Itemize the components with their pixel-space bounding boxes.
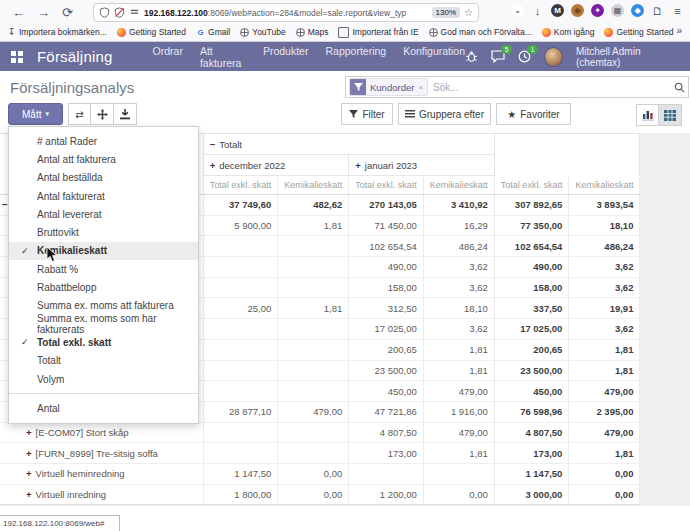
extension-monkey-icon[interactable]: ◉ <box>571 4 584 17</box>
zoom-level-badge[interactable]: 130% <box>432 7 460 18</box>
bar-chart-view-button[interactable] <box>636 104 659 126</box>
bookmark-gmail[interactable]: GGmail <box>196 27 230 37</box>
pivot-col-group-december-2022[interactable]: +december 2022 <box>203 155 349 176</box>
pivot-cell[interactable]: 479,00 <box>569 381 640 402</box>
extension-qr-icon[interactable]: ▦ <box>611 4 624 17</box>
pivot-cell[interactable]: 158,00 <box>349 277 424 298</box>
pivot-cell[interactable] <box>278 422 349 443</box>
pivot-cell[interactable]: 17 025,00 <box>494 319 569 340</box>
pivot-cell[interactable] <box>278 319 349 340</box>
tracking-protection-shield-icon[interactable] <box>99 7 110 18</box>
pivot-cell[interactable]: 3,62 <box>569 257 640 278</box>
pivot-cell[interactable]: 3,62 <box>569 277 640 298</box>
search-box[interactable]: Kundorder × <box>345 76 689 98</box>
pivot-cell[interactable]: 16,29 <box>423 215 494 236</box>
pivot-cell[interactable]: 1 147,50 <box>203 463 278 484</box>
pivot-cell[interactable]: 3 410,92 <box>423 195 494 216</box>
pivot-cell[interactable] <box>278 257 349 278</box>
nav-menu-att-fakturera[interactable]: Att fakturera <box>200 45 246 69</box>
pivot-measure-header-1[interactable]: Kemikalieskatt <box>278 176 349 195</box>
pivot-cell[interactable]: 200,65 <box>494 339 569 360</box>
pivot-cell[interactable] <box>278 443 349 464</box>
back-icon[interactable]: ← <box>12 6 25 19</box>
measure-item-volym[interactable]: Volym <box>9 370 198 388</box>
pivot-cell[interactable]: 19,91 <box>569 298 640 319</box>
pivot-cell[interactable]: 3,62 <box>423 257 494 278</box>
bookmark-getting-started[interactable]: Getting Started <box>117 27 186 37</box>
measure-item-antal-rader[interactable]: # antal Rader <box>9 132 198 150</box>
filter-button[interactable]: Filter <box>341 103 393 125</box>
measure-item-antal-att-fakturera[interactable]: Antal att fakturera <box>9 150 198 168</box>
pivot-row-header[interactable]: +[FURN_8999] Tre-sitsig soffa <box>0 443 203 464</box>
pivot-cell[interactable]: 173,00 <box>494 443 569 464</box>
bookmark-importerat-från-ie[interactable]: Importerat från IE <box>338 27 418 38</box>
pivot-cell[interactable] <box>203 319 278 340</box>
user-name[interactable]: Mitchell Admin (chemtax) <box>576 46 681 68</box>
pivot-cell[interactable]: 0,00 <box>278 484 349 505</box>
measure-item-bruttovikt[interactable]: Bruttovikt <box>9 223 198 241</box>
nav-menu-rapportering[interactable]: Rapportering <box>325 45 386 69</box>
pivot-cell[interactable]: 1 147,50 <box>494 463 569 484</box>
pivot-cell[interactable]: 76 598,96 <box>494 401 569 422</box>
pivot-cell[interactable] <box>278 339 349 360</box>
pivot-cell[interactable]: 23 500,00 <box>494 360 569 381</box>
measure-item-rabattbelopp[interactable]: Rabattbelopp <box>9 278 198 296</box>
pivot-col-group-totalt[interactable]: −Totalt <box>203 134 494 155</box>
avatar[interactable] <box>544 47 563 67</box>
bookmark-maps[interactable]: Maps <box>296 27 329 37</box>
pivot-cell[interactable]: 1,81 <box>278 298 349 319</box>
pivot-cell[interactable]: 1,81 <box>569 360 640 381</box>
pivot-measure-header-4[interactable]: Total exkl. skatt <box>494 176 569 195</box>
app-name[interactable]: Försäljning <box>37 48 113 65</box>
pivot-cell[interactable]: 5 900,00 <box>203 215 278 236</box>
pivot-cell[interactable]: 486,24 <box>423 236 494 257</box>
pivot-cell[interactable]: 1,81 <box>569 339 640 360</box>
expand-all-button[interactable] <box>91 103 114 125</box>
measure-item-antal-levererat[interactable]: Antal levererat <box>9 205 198 223</box>
pivot-cell[interactable] <box>203 422 278 443</box>
pivot-cell[interactable]: 1,81 <box>278 215 349 236</box>
measure-item-antal-beställda[interactable]: Antal beställda <box>9 169 198 187</box>
pivot-measure-header-0[interactable]: Total exkl. skatt <box>203 176 278 195</box>
debug-bug-icon[interactable] <box>465 50 478 63</box>
pivot-cell[interactable] <box>203 236 278 257</box>
extension-m-icon[interactable]: M <box>551 4 564 17</box>
pivot-cell[interactable]: 3 893,54 <box>569 195 640 216</box>
measure-item-rabatt[interactable]: Rabatt % <box>9 260 198 278</box>
bookmark-youtube[interactable]: YouTube <box>240 27 285 37</box>
pivot-measure-header-5[interactable]: Kemikalieskatt <box>569 176 640 195</box>
pivot-cell[interactable]: 77 350,00 <box>494 215 569 236</box>
search-icon[interactable] <box>674 82 685 93</box>
nav-menu-konfiguration[interactable]: Konfiguration <box>403 45 465 69</box>
bookmark-star-icon[interactable]: ☆ <box>464 7 473 18</box>
url-bar[interactable]: 192.168.122.100:8069/web#action=284&mode… <box>93 3 479 22</box>
pivot-cell[interactable]: 450,00 <box>494 381 569 402</box>
nav-menu-ordrar[interactable]: Ordrar <box>153 45 183 69</box>
download-icon[interactable]: ↓ <box>531 4 544 17</box>
menu-icon[interactable]: ≡ <box>671 4 684 17</box>
pivot-cell[interactable]: 25,00 <box>203 298 278 319</box>
pivot-cell[interactable]: 4 807,50 <box>494 422 569 443</box>
measure-item-totalt[interactable]: Totalt <box>9 352 198 370</box>
pivot-view-button[interactable] <box>659 104 682 126</box>
pivot-cell[interactable] <box>278 360 349 381</box>
pivot-cell[interactable]: 479,00 <box>278 401 349 422</box>
pivot-cell[interactable]: 200,65 <box>349 339 424 360</box>
group-by-button[interactable]: Gruppera efter <box>398 103 491 125</box>
pivot-cell[interactable]: 479,00 <box>569 422 640 443</box>
pivot-cell[interactable]: 479,00 <box>423 381 494 402</box>
pivot-cell[interactable]: 1,81 <box>423 443 494 464</box>
pivot-cell[interactable]: 490,00 <box>494 257 569 278</box>
bookmark-importera-bokmärken[interactable]: ↧Importera bokmärken... <box>7 27 107 37</box>
pivot-cell[interactable]: 0,00 <box>569 484 640 505</box>
pivot-cell[interactable]: 337,50 <box>494 298 569 319</box>
pivot-cell[interactable]: 18,10 <box>423 298 494 319</box>
pivot-cell[interactable] <box>203 257 278 278</box>
apps-grid-icon[interactable] <box>10 50 24 64</box>
pivot-cell[interactable]: 3,62 <box>423 277 494 298</box>
flip-axis-button[interactable]: ⇄ <box>68 103 91 125</box>
bookmark-kom-igång[interactable]: Kom igång <box>542 27 595 37</box>
pivot-col-group-januari-2023[interactable]: +januari 2023 <box>349 155 495 176</box>
pivot-cell[interactable]: 23 500,00 <box>349 360 424 381</box>
pivot-cell[interactable]: 312,50 <box>349 298 424 319</box>
